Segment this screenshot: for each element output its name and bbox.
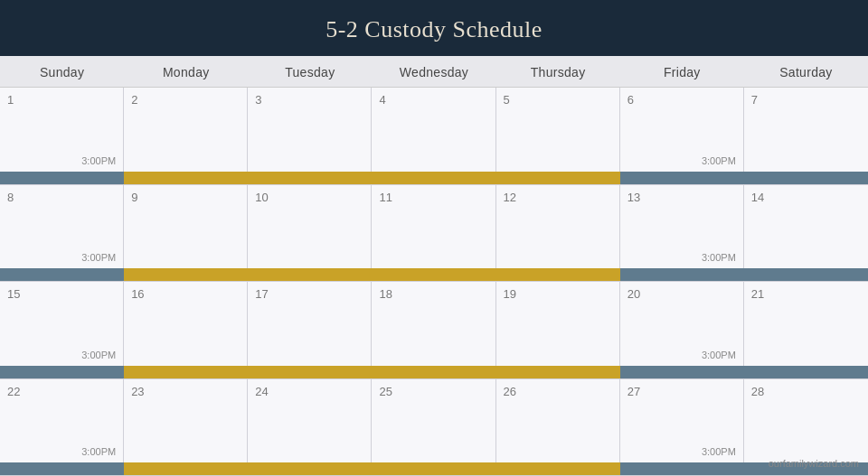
day-number-13: 13 [627, 191, 736, 204]
time-label-22: 3:00PM [7, 446, 116, 459]
day-cell-9: 9 [124, 185, 248, 269]
bar-segment-w2-d5 [620, 268, 744, 281]
week-row-1: 13:00PM234563:00PM7 [0, 88, 868, 185]
week-bar-1 [0, 172, 868, 184]
day-header-thursday: Thursday [496, 56, 620, 87]
day-header-monday: Monday [124, 56, 248, 87]
bar-segment-w2-d4 [496, 268, 620, 281]
week-row-2: 83:00PM9101112133:00PM14 [0, 185, 868, 283]
day-number-10: 10 [255, 191, 363, 204]
day-number-23: 23 [131, 385, 240, 398]
day-number-2: 2 [131, 93, 240, 107]
day-number-8: 8 [7, 191, 116, 204]
week-cells-4: 223:00PM23242526273:00PM28 [0, 379, 868, 463]
day-number-12: 12 [504, 191, 612, 204]
day-cell-26: 26 [496, 379, 620, 463]
day-cell-21: 21 [744, 282, 868, 366]
day-cell-23: 23 [124, 379, 248, 463]
day-number-21: 21 [751, 287, 861, 301]
bar-segment-w3-d3 [372, 366, 495, 378]
bar-segment-w3-d2 [248, 366, 372, 378]
day-number-26: 26 [504, 385, 612, 398]
day-cell-2: 2 [124, 88, 248, 172]
day-cell-12: 12 [496, 185, 620, 269]
day-cell-18: 18 [372, 282, 495, 366]
time-label-27: 3:00PM [627, 446, 736, 459]
bar-segment-w2-d3 [372, 268, 495, 281]
bar-segment-w4-d4 [496, 462, 620, 475]
bar-segment-w3-d1 [124, 366, 248, 378]
day-number-17: 17 [255, 287, 363, 301]
bar-segment-w1-d3 [372, 172, 495, 184]
bar-segment-w3-d5 [620, 366, 744, 378]
day-cell-10: 10 [248, 185, 372, 269]
bar-segment-w2-d2 [248, 268, 372, 281]
day-number-27: 27 [627, 385, 736, 398]
day-header-sunday: Sunday [0, 56, 124, 87]
day-cell-5: 5 [496, 88, 620, 172]
day-cell-8: 83:00PM [0, 185, 124, 269]
day-number-7: 7 [751, 93, 861, 107]
day-number-5: 5 [504, 93, 612, 107]
bar-segment-w3-d0 [0, 366, 124, 378]
bar-segment-w4-d2 [248, 462, 372, 475]
day-number-20: 20 [627, 287, 736, 301]
bar-segment-w2-d6 [744, 268, 868, 281]
day-cell-1: 13:00PM [0, 88, 124, 172]
bar-segment-w4-d3 [372, 462, 495, 475]
time-label-13: 3:00PM [627, 252, 736, 265]
bar-segment-w3-d4 [496, 366, 620, 378]
bar-segment-w1-d5 [620, 172, 744, 184]
app-container: 5-2 Custody Schedule SundayMondayTuesday… [0, 0, 868, 476]
time-label-15: 3:00PM [7, 350, 116, 362]
time-label-20: 3:00PM [627, 350, 736, 362]
day-cell-13: 133:00PM [620, 185, 744, 269]
day-number-16: 16 [131, 287, 240, 301]
week-bar-2 [0, 268, 868, 281]
time-label-8: 3:00PM [7, 252, 116, 265]
week-row-4: 223:00PM23242526273:00PM28 [0, 379, 868, 477]
day-number-18: 18 [379, 287, 487, 301]
watermark: ourfamilywizard.com [769, 458, 859, 469]
day-header-tuesday: Tuesday [248, 56, 372, 87]
page-header: 5-2 Custody Schedule [0, 0, 868, 56]
bar-segment-w2-d0 [0, 268, 124, 281]
day-cell-7: 7 [744, 88, 868, 172]
bar-segment-w4-d5 [620, 462, 744, 475]
week-row-3: 153:00PM16171819203:00PM21 [0, 282, 868, 379]
bar-segment-w1-d2 [248, 172, 372, 184]
bar-segment-w4-d0 [0, 462, 124, 475]
day-number-9: 9 [131, 191, 240, 204]
day-number-6: 6 [627, 93, 736, 107]
week-cells-3: 153:00PM16171819203:00PM21 [0, 282, 868, 366]
day-header-friday: Friday [620, 56, 744, 87]
bar-segment-w4-d1 [124, 462, 248, 475]
day-cell-3: 3 [248, 88, 372, 172]
bar-segment-w1-d6 [744, 172, 868, 184]
day-cell-27: 273:00PM [620, 379, 744, 463]
weeks-container: 13:00PM234563:00PM783:00PM9101112133:00P… [0, 88, 868, 476]
bar-segment-w3-d6 [744, 366, 868, 378]
day-cell-20: 203:00PM [620, 282, 744, 366]
day-number-24: 24 [255, 385, 363, 398]
calendar: SundayMondayTuesdayWednesdayThursdayFrid… [0, 56, 868, 476]
day-number-19: 19 [504, 287, 612, 301]
day-cell-14: 14 [744, 185, 868, 269]
day-cell-6: 63:00PM [620, 88, 744, 172]
week-bar-4 [0, 462, 868, 475]
time-label-6: 3:00PM [627, 155, 736, 168]
day-cell-28: 28 [744, 379, 868, 463]
day-number-4: 4 [379, 93, 487, 107]
day-cell-16: 16 [124, 282, 248, 366]
day-cell-4: 4 [372, 88, 495, 172]
day-header-wednesday: Wednesday [372, 56, 495, 87]
day-headers-row: SundayMondayTuesdayWednesdayThursdayFrid… [0, 56, 868, 88]
day-number-15: 15 [7, 287, 116, 301]
day-cell-25: 25 [372, 379, 495, 463]
week-bar-3 [0, 366, 868, 378]
bar-segment-w2-d1 [124, 268, 248, 281]
page-title: 5-2 Custody Schedule [326, 16, 542, 42]
week-cells-2: 83:00PM9101112133:00PM14 [0, 185, 868, 269]
day-number-3: 3 [255, 93, 363, 107]
day-number-11: 11 [379, 191, 487, 204]
